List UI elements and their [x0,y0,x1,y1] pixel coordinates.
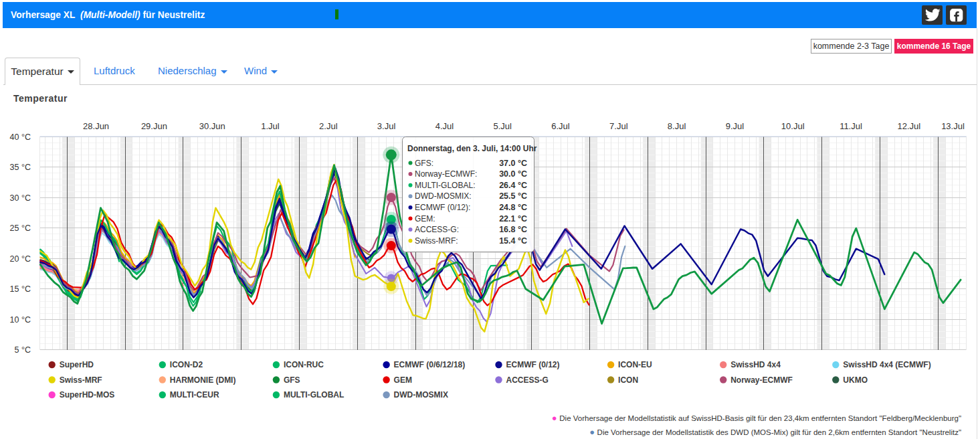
svg-text:ACCESS-G:: ACCESS-G: [415,225,459,234]
svg-text:15 °C: 15 °C [10,284,31,294]
svg-text:Norway-ECMWF:: Norway-ECMWF: [415,169,477,179]
svg-text:SwissHD 4x4: SwissHD 4x4 [730,360,781,369]
svg-text:15.4 °C: 15.4 °C [499,236,527,246]
svg-text:SwissHD 4x4 (ECMWF): SwissHD 4x4 (ECMWF) [843,360,930,369]
svg-text:Swiss-MRF: Swiss-MRF [60,375,102,385]
svg-text:5 °C: 5 °C [15,345,31,355]
svg-text:ECMWF (0/12): ECMWF (0/12) [506,360,560,369]
svg-text:MULTI-GLOBAL:: MULTI-GLOBAL: [415,181,475,190]
svg-text:ICON-EU: ICON-EU [618,360,652,369]
svg-text:30 °C: 30 °C [10,193,31,203]
svg-text:2.Jul: 2.Jul [319,121,338,131]
svg-text:30.0 °C: 30.0 °C [499,169,527,179]
svg-text:ECMWF (0/6/12/18): ECMWF (0/6/12/18) [394,360,466,369]
svg-text:24.8 °C: 24.8 °C [499,203,527,212]
svg-text:9.Jul: 9.Jul [726,121,745,131]
svg-text:UKMO: UKMO [843,375,868,385]
svg-text:ICON: ICON [618,375,638,385]
svg-text:SuperHD-MOS: SuperHD-MOS [60,390,115,400]
svg-text:4.Jul: 4.Jul [435,121,454,131]
svg-text:10.Jul: 10.Jul [781,121,805,131]
svg-text:6.Jul: 6.Jul [551,121,570,131]
svg-text:HARMONIE (DMI): HARMONIE (DMI) [170,375,236,385]
svg-text:GFS: GFS [284,375,300,385]
svg-text:12.Jul: 12.Jul [897,121,920,131]
svg-text:MULTI-GLOBAL: MULTI-GLOBAL [284,390,344,400]
svg-text:ECMWF (0/12):: ECMWF (0/12): [415,203,470,212]
svg-text:DWD-MOSMIX:: DWD-MOSMIX: [415,191,472,201]
svg-text:35 °C: 35 °C [10,163,31,172]
svg-text:8.Jul: 8.Jul [668,121,686,131]
svg-text:25.5 °C: 25.5 °C [499,191,527,201]
svg-text:16.8 °C: 16.8 °C [499,225,527,234]
svg-text:37.0 °C: 37.0 °C [499,159,527,168]
svg-text:Norway-ECMWF: Norway-ECMWF [730,375,793,385]
svg-text:MULTI-CEUR: MULTI-CEUR [170,390,219,400]
svg-text:7.Jul: 7.Jul [609,121,628,131]
svg-text:3.Jul: 3.Jul [377,121,396,131]
svg-text:29.Jun: 29.Jun [141,121,167,131]
svg-text:Donnerstag, den 3. Juli, 14:00: Donnerstag, den 3. Juli, 14:00 Uhr [407,144,537,153]
svg-text:28.Jun: 28.Jun [83,121,109,131]
svg-text:GFS:: GFS: [415,159,433,168]
svg-text:13.Jul: 13.Jul [941,121,965,131]
svg-text:20 °C: 20 °C [10,254,31,264]
svg-text:ICON-RUC: ICON-RUC [284,360,324,369]
svg-text:11.Jul: 11.Jul [840,121,862,131]
svg-text:SuperHD: SuperHD [60,360,94,369]
svg-text:5.Jul: 5.Jul [493,121,512,131]
svg-text:DWD-MOSMIX: DWD-MOSMIX [394,390,448,400]
svg-text:10 °C: 10 °C [10,315,31,325]
svg-text:22.1 °C: 22.1 °C [499,214,527,224]
svg-text:40 °C: 40 °C [10,133,31,142]
svg-text:ACCESS-G: ACCESS-G [506,375,549,385]
svg-text:GEM:: GEM: [415,214,435,224]
svg-text:● Die Vorhersage der Modellsta: ● Die Vorhersage der Modellstatistik des… [589,427,961,437]
svg-text:GEM: GEM [394,375,412,385]
svg-text:1.Jul: 1.Jul [261,121,280,131]
svg-text:30.Jun: 30.Jun [199,121,225,131]
svg-text:Temperatur: Temperatur [13,93,68,104]
svg-text:● Die Vorhersage der Modellsta: ● Die Vorhersage der Modellstatistik auf… [552,413,961,423]
svg-text:ICON-D2: ICON-D2 [170,360,203,369]
svg-text:25 °C: 25 °C [10,224,31,233]
svg-text:26.4 °C: 26.4 °C [499,181,527,190]
svg-text:Swiss-MRF:: Swiss-MRF: [415,236,458,246]
